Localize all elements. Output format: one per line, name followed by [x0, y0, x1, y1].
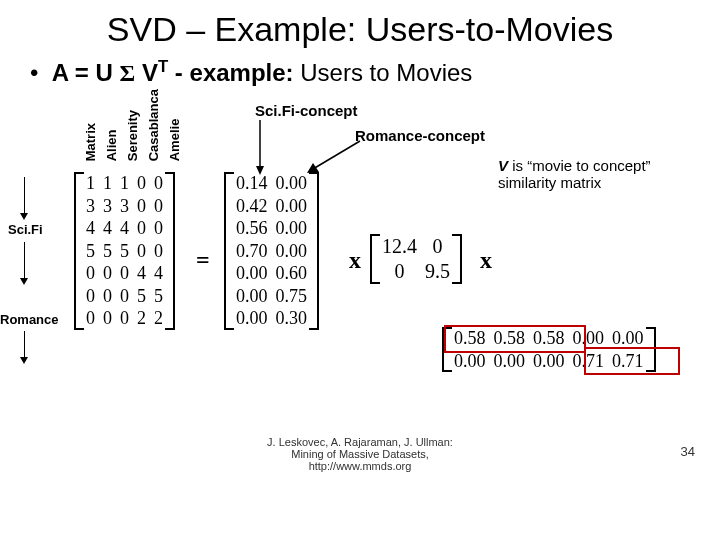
label-scifi-concept: Sci.Fi-concept: [255, 102, 358, 119]
slide-citation: J. Leskovec, A. Rajaraman, J. Ullman: Mi…: [0, 436, 720, 472]
group-label-romance: Romance: [0, 312, 59, 327]
matrix-a-col-headers: Matrix Alien Serenity Casablanca Amelie: [83, 87, 188, 161]
arrow-icon: [254, 120, 274, 175]
diagram-stage: Matrix Alien Serenity Casablanca Amelie …: [0, 87, 720, 477]
times-sign: x: [480, 247, 492, 274]
matrix-u: 0.140.000.420.000.560.000.700.000.000.60…: [232, 172, 311, 330]
matrix-sigma: 12.4009.5: [378, 234, 454, 284]
times-sign: x: [349, 247, 361, 274]
note-v: V is “movie to concept” similarity matri…: [498, 157, 698, 191]
group-label-scifi: Sci.Fi: [8, 222, 43, 237]
equals-sign: =: [196, 247, 210, 274]
svg-line-2: [313, 141, 360, 169]
highlight-box-romance: [584, 347, 680, 375]
label-romance-concept: Romance-concept: [355, 127, 485, 144]
matrix-a: 11100333004440055500000440005500022: [82, 172, 167, 330]
slide-title: SVD – Example: Users-to-Movies: [0, 10, 720, 49]
page-number: 34: [681, 444, 695, 459]
highlight-box-scifi: [444, 325, 586, 353]
slide-subtitle: • A = U Σ VT - example: Users to Movies: [30, 57, 720, 87]
